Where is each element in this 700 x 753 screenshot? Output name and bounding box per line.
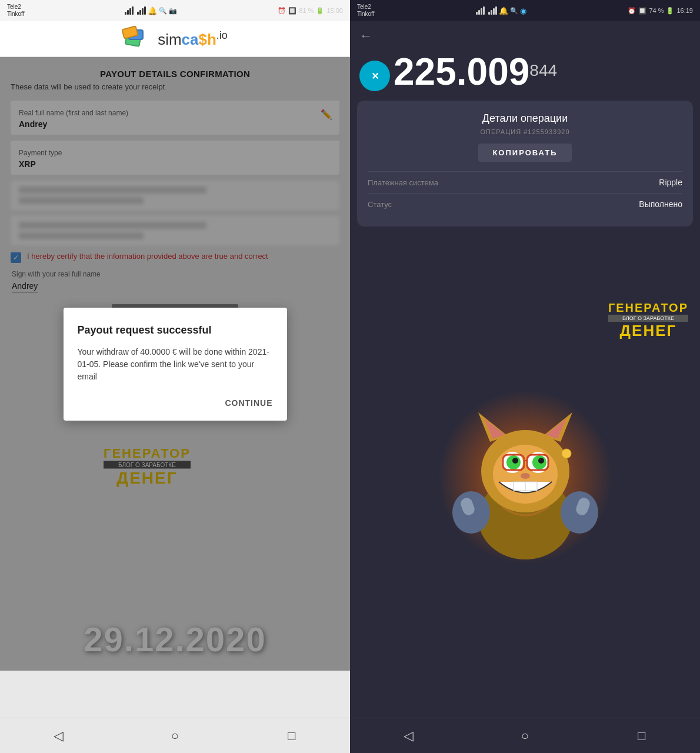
nav-back-button[interactable]: ◁ xyxy=(46,724,70,748)
left-nav-bar: ◁ ○ □ xyxy=(0,718,350,753)
left-carrier-info: Tele2 Tinkoff xyxy=(7,4,24,18)
nav-home-button[interactable]: ○ xyxy=(163,724,186,748)
payment-system-value: Ripple xyxy=(659,178,682,187)
alarm-icon: ⏰ xyxy=(278,7,286,15)
modal-overlay: Payout request successful Your withdraw … xyxy=(0,57,350,671)
right-battery-icon: 🔲 xyxy=(638,7,646,15)
left-content: PAYOUT DETAILS CONFIRMATION These data w… xyxy=(0,57,350,718)
right-nav-bar: ◁ ○ □ xyxy=(350,718,700,753)
app-header: simca$h.io xyxy=(0,21,350,57)
right-status-icons: 🔔 🔍 ◉ xyxy=(476,6,526,15)
right-alarm-icon: ⏰ xyxy=(628,7,636,15)
right-signal-icon xyxy=(476,6,485,15)
copy-button[interactable]: КОПИРОВАТЬ xyxy=(478,144,571,162)
operation-card: Детали операции ОПЕРАЦИЯ #1255933920 КОП… xyxy=(357,101,693,226)
left-status-icons: 🔔 🔍 📷 xyxy=(125,6,177,15)
modal-body: Your withdraw of 40.0000 € will be done … xyxy=(78,346,273,383)
battery-full-icon: 🔋 xyxy=(316,7,324,15)
back-arrow-button[interactable]: ← xyxy=(359,28,372,44)
amount-main-value: 225.009 xyxy=(394,53,529,91)
svg-rect-19 xyxy=(514,482,525,491)
mascot-area xyxy=(350,236,700,718)
signal-icon xyxy=(125,6,134,15)
logo-text: simca$h.io xyxy=(158,29,228,49)
right-battery-full-icon: 🔋 xyxy=(666,7,674,15)
svg-point-18 xyxy=(521,473,530,479)
right-nav-recent-button[interactable]: □ xyxy=(630,724,654,748)
svg-text:✕: ✕ xyxy=(371,71,379,81)
amount-row: ✕ 225.009 844 xyxy=(350,47,700,101)
right-nav-back-button[interactable]: ◁ xyxy=(396,724,420,748)
status-value: Выполнено xyxy=(639,199,682,209)
amount-display: 225.009 844 xyxy=(394,53,557,91)
operation-title: Детали операции xyxy=(368,112,682,125)
nav-recent-button[interactable]: □ xyxy=(280,724,304,748)
modal-continue-button[interactable]: CONTINUE xyxy=(225,395,272,411)
svg-rect-20 xyxy=(525,482,537,491)
logo: simca$h.io xyxy=(122,27,228,51)
xrp-icon: ✕ xyxy=(359,61,390,91)
payment-system-row: Платежная система Ripple xyxy=(368,171,682,193)
logo-cards-icon xyxy=(122,27,153,51)
right-signal-icon-2 xyxy=(488,6,497,15)
operation-number: ОПЕРАЦИЯ #1255933920 xyxy=(368,128,682,135)
right-header: ← xyxy=(350,21,700,47)
right-wifi-icon: 🔔 xyxy=(499,6,508,15)
camera-icon: 📷 xyxy=(169,7,177,15)
svg-point-25 xyxy=(562,449,571,458)
left-phone: Tele2 Tinkoff 🔔 🔍 📷 ⏰ 🔲 81 xyxy=(0,0,350,753)
right-bluetooth-icon: ◉ xyxy=(520,6,526,15)
left-time-battery: ⏰ 🔲 81 % 🔋 15:00 xyxy=(278,7,343,15)
status-label: Статус xyxy=(368,200,392,209)
right-nav-home-button[interactable]: ○ xyxy=(513,724,536,748)
ripple-logo-icon: ✕ xyxy=(366,67,384,85)
search-icon: 🔍 xyxy=(159,7,167,15)
payment-system-label: Платежная система xyxy=(368,178,438,187)
modal-title: Payout request successful xyxy=(78,324,273,336)
success-modal: Payout request successful Your withdraw … xyxy=(64,308,287,421)
svg-point-14 xyxy=(538,458,544,464)
right-search-icon: 🔍 xyxy=(510,7,518,15)
status-row: Статус Выполнено xyxy=(368,193,682,215)
signal-icon-2 xyxy=(137,6,146,15)
battery-icon: 🔲 xyxy=(288,7,296,15)
right-status-bar: Tele2 Tinkoff 🔔 🔍 ◉ ⏰ 🔲 74 % xyxy=(350,0,700,21)
amount-decimal-value: 844 xyxy=(529,61,557,80)
svg-point-13 xyxy=(512,458,518,464)
wifi-icon: 🔔 xyxy=(148,6,157,15)
modal-continue-area: CONTINUE xyxy=(78,395,273,411)
mascot-icon xyxy=(431,383,619,571)
left-status-bar: Tele2 Tinkoff 🔔 🔍 📷 ⏰ 🔲 81 xyxy=(0,0,350,21)
right-phone: Tele2 Tinkoff 🔔 🔍 ◉ ⏰ 🔲 74 % xyxy=(350,0,700,753)
right-time-battery: ⏰ 🔲 74 % 🔋 16:19 xyxy=(628,7,693,15)
right-carrier-info: Tele2 Tinkoff xyxy=(357,4,374,18)
